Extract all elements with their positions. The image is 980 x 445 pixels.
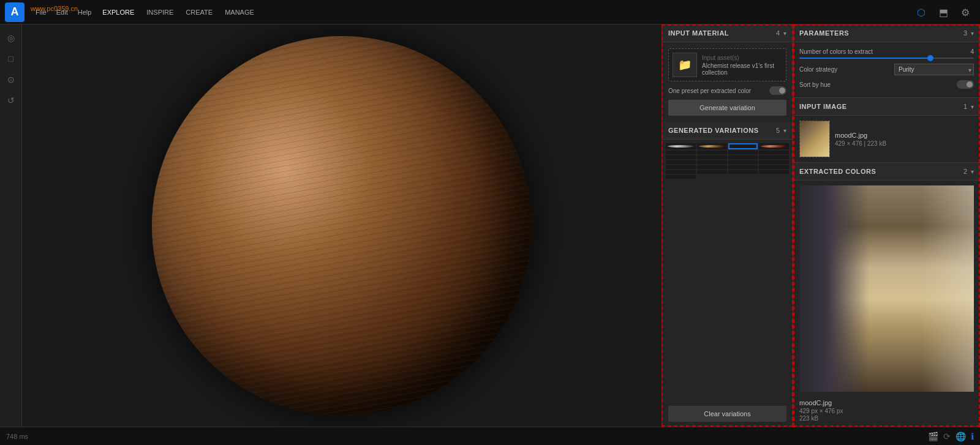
one-preset-label: One preset per extracted color [668, 88, 751, 94]
variations-grid [662, 140, 793, 402]
status-icons: 🎬 ⟳ 🌐 ℹ [928, 432, 974, 441]
sidebar-icon-rotate[interactable]: ↺ [2, 92, 20, 109]
panel-right: Parameters 3 ▾ Number of colors to extra… [793, 24, 980, 427]
app-logo: A [5, 2, 24, 22]
clear-variations-button[interactable]: Clear variations [668, 406, 786, 422]
color-strategy-row: Color strategy Purity Saturation Brightn… [799, 64, 974, 75]
asset-info: Input asset(s) Alchemist release v1's fi… [702, 54, 782, 76]
input-image-dimensions: 429 × 476 | 223 kB [835, 140, 886, 147]
list-item[interactable] [666, 155, 696, 159]
list-item[interactable] [728, 160, 758, 164]
generated-variations-chevron: ▾ [783, 127, 786, 134]
input-material-chevron: ▾ [783, 30, 786, 37]
list-item[interactable] [697, 165, 727, 169]
extracted-image-container [799, 185, 974, 392]
one-preset-toggle[interactable] [769, 86, 786, 95]
info-icon[interactable]: ℹ [971, 432, 974, 441]
list-item[interactable] [666, 175, 696, 179]
extracted-colors-badge: 2 [963, 168, 967, 175]
settings-icon[interactable]: ⚙ [957, 4, 974, 21]
nav-create[interactable]: CREATE [179, 6, 219, 18]
asset-picker[interactable]: 📁 Input asset(s) Alchemist release v1's … [668, 48, 786, 81]
input-material-title: INPUT MATERIAL [668, 29, 729, 37]
list-item[interactable] [728, 170, 758, 174]
list-item[interactable] [697, 143, 727, 149]
extracted-filesize: 223 kB [799, 415, 974, 422]
parameters-chevron: ▾ [971, 30, 974, 37]
color-strategy-select[interactable]: Purity Saturation Brightness [894, 64, 974, 75]
input-image-preview-row: moodC.jpg 429 × 476 | 223 kB [793, 116, 980, 162]
num-colors-label-row: Number of colors to extract 4 [799, 48, 974, 55]
num-colors-slider[interactable] [799, 58, 974, 59]
parameters-section: Parameters 3 ▾ Number of colors to extra… [793, 24, 980, 98]
generated-variations-header[interactable]: Generated variations 5 ▾ [662, 122, 793, 140]
list-item[interactable] [697, 155, 727, 159]
parameters-header[interactable]: Parameters 3 ▾ [793, 24, 980, 42]
color-strategy-label: Color strategy [799, 66, 837, 73]
list-item[interactable] [759, 151, 789, 154]
input-image-header-right: 1 ▾ [963, 103, 974, 110]
top-right-icons: ⬡ ⬒ ⚙ [913, 0, 974, 24]
parameters-title: Parameters [799, 29, 849, 37]
input-image-thumb [799, 121, 830, 157]
list-item[interactable] [666, 143, 696, 149]
generated-variations-title: Generated variations [668, 127, 759, 134]
list-item[interactable] [728, 155, 758, 159]
extracted-filename: moodC.jpg [799, 399, 974, 406]
list-item[interactable] [697, 170, 727, 174]
parameters-body: Number of colors to extract 4 Color stra… [793, 42, 980, 97]
video-icon[interactable]: 🎬 [928, 432, 938, 441]
nav-inspire[interactable]: INSPIRE [140, 6, 179, 18]
num-colors-row: Number of colors to extract 4 [799, 48, 974, 59]
list-item[interactable] [666, 151, 696, 154]
slider-thumb[interactable] [927, 55, 933, 61]
status-time: 748 ms [6, 433, 28, 440]
sidebar-icon-box[interactable]: □ [2, 50, 20, 67]
generate-variation-button[interactable]: Generate variation [668, 100, 786, 116]
num-colors-label: Number of colors to extract [799, 48, 873, 55]
sort-by-hue-row: Sort by hue [799, 80, 974, 89]
save-icon[interactable]: ⬒ [935, 4, 952, 21]
extracted-interior-image [799, 185, 974, 392]
list-item[interactable] [728, 143, 758, 149]
sidebar-icon-camera[interactable]: ⊙ [2, 71, 20, 88]
one-preset-row: One preset per extracted color [668, 86, 786, 95]
input-material-section: 📁 Input asset(s) Alchemist release v1's … [662, 42, 793, 122]
list-item[interactable] [666, 160, 696, 164]
input-image-chevron: ▾ [971, 103, 974, 110]
list-item[interactable] [759, 160, 789, 164]
statusbar: 748 ms 🎬 ⟳ 🌐 ℹ [0, 427, 980, 445]
list-item[interactable] [728, 151, 758, 154]
nav-manage[interactable]: MANAGE [219, 6, 260, 18]
parameters-badge: 3 [963, 29, 967, 37]
list-item[interactable] [666, 165, 696, 169]
generated-variations-header-right: 5 ▾ [776, 127, 786, 134]
panel-variations: INPUT MATERIAL 4 ▾ 📁 Input asset(s) Alch… [662, 24, 793, 427]
list-item[interactable] [697, 151, 727, 154]
extracted-info: moodC.jpg 429 px × 476 px 223 kB [793, 397, 980, 427]
input-image-header[interactable]: Input image 1 ▾ [793, 98, 980, 116]
num-colors-value: 4 [970, 48, 974, 55]
list-item[interactable] [759, 170, 789, 174]
list-item[interactable] [666, 170, 696, 174]
list-item[interactable] [759, 155, 789, 159]
nav-explore[interactable]: EXPLORE [96, 6, 140, 18]
list-item[interactable] [697, 160, 727, 164]
right-panels: INPUT MATERIAL 4 ▾ 📁 Input asset(s) Alch… [662, 24, 980, 427]
input-image-section: Input image 1 ▾ moodC.jpg 429 × 476 | 22… [793, 98, 980, 163]
sync-icon[interactable]: ⟳ [943, 432, 951, 441]
extracted-colors-header[interactable]: Extracted colors 2 ▾ [793, 163, 980, 181]
input-image-filename: moodC.jpg [835, 132, 886, 139]
extracted-colors-chevron: ▾ [971, 168, 974, 175]
list-item[interactable] [759, 143, 789, 149]
watermark: www.pc0359.cn [31, 5, 78, 12]
sort-by-hue-toggle[interactable] [957, 80, 974, 89]
input-image-title: Input image [799, 103, 847, 110]
globe-icon[interactable]: 🌐 [956, 432, 966, 441]
list-item[interactable] [759, 165, 789, 169]
sidebar-icon-target[interactable]: ◎ [2, 29, 20, 47]
material-sphere [152, 36, 532, 416]
input-material-header[interactable]: INPUT MATERIAL 4 ▾ [662, 24, 793, 42]
list-item[interactable] [728, 165, 758, 169]
3d-view-icon[interactable]: ⬡ [913, 4, 930, 21]
